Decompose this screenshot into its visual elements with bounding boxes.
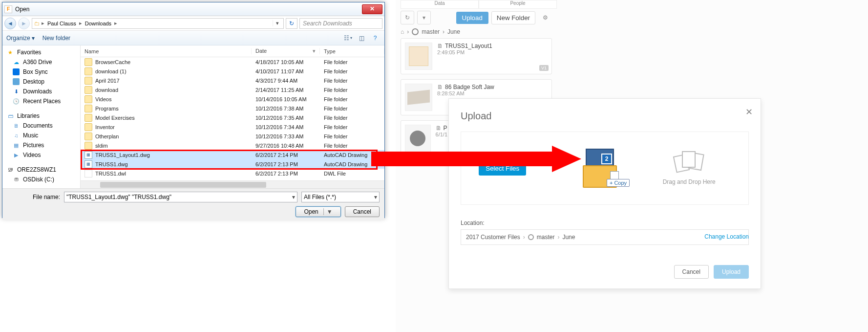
card-time: 2:49:05 PM	[437, 49, 492, 55]
upload-submit-button[interactable]: Upload	[714, 265, 749, 279]
file-row[interactable]: Videos10/14/2016 10:05 AMFile folder	[81, 94, 384, 104]
open-button[interactable]: Open▼	[296, 206, 340, 217]
copy-tag: + Copy	[607, 179, 630, 187]
sidebar-item[interactable]: ⬇Downloads	[2, 87, 80, 96]
libraries-group[interactable]: 🗃Libraries	[2, 111, 80, 121]
file-type: File folder	[320, 133, 384, 139]
sidebar-item[interactable]: Desktop	[2, 77, 80, 87]
file-date: 4/18/2017 10:05 AM	[252, 59, 320, 65]
organize-menu[interactable]: Organize	[6, 35, 35, 42]
file-type: File folder	[320, 106, 384, 111]
file-row[interactable]: ▦TRUSS1.dwg6/2/2017 2:13 PMAutoCAD Drawi…	[81, 159, 384, 169]
col-type[interactable]: Type	[320, 48, 384, 54]
close-button[interactable]: ✕	[362, 4, 382, 14]
bottom-bar: File name: "TRUSS1_Layout1.dwg" "TRUSS1.…	[2, 188, 384, 220]
music-icon: ♫	[12, 132, 20, 139]
file-name: Videos	[95, 96, 111, 102]
file-row[interactable]: Model Exercises10/12/2016 7:35 AMFile fo…	[81, 113, 384, 122]
preview-pane-button[interactable]: ◫	[356, 33, 367, 43]
favorites-group[interactable]: ★Favorites	[2, 47, 80, 57]
view-menu[interactable]: ☷	[342, 33, 353, 43]
address-dropdown[interactable]	[273, 20, 281, 26]
file-row[interactable]: TRUSS1.dwl6/2/2017 2:13 PMDWL File	[81, 169, 384, 178]
upload-button[interactable]: Upload	[456, 12, 488, 24]
file-name: TRUSS1.dwg	[95, 161, 128, 167]
file-name: TRUSS1.dwl	[95, 171, 126, 177]
help-button[interactable]: ?	[370, 33, 381, 43]
home-icon[interactable]: ⌂	[401, 28, 404, 35]
sidebar-item[interactable]: ▦Pictures	[2, 140, 80, 150]
data-breadcrumb: ⌂› master› June	[401, 25, 552, 38]
folder-icon	[85, 77, 92, 85]
breadcrumb-sep: ▸	[79, 20, 82, 26]
file-name: Inventor	[95, 124, 115, 130]
col-name[interactable]: Name	[81, 48, 252, 54]
settings-icon[interactable]: ⚙	[538, 11, 552, 24]
data-card[interactable]: 🗎TRUSS1_Layout12:49:05 PM V1	[401, 38, 552, 74]
dwg-icon: ▦	[85, 160, 92, 168]
search-input[interactable]: Search Downloads	[299, 18, 382, 29]
file-row[interactable]: Programs10/12/2016 7:38 AMFile folder	[81, 104, 384, 113]
dropzone[interactable]: Select Files or 2 + Copy Drag and Drop H…	[461, 132, 749, 205]
nav-bar: ◄ ► 🗀 ▸ Paul Clauss ▸ Downloads ▸ ↻ Sear…	[2, 16, 384, 31]
change-location-link[interactable]: Change Location	[704, 233, 749, 240]
new-folder-button[interactable]: New Folder	[491, 11, 535, 24]
address-bar[interactable]: 🗀 ▸ Paul Clauss ▸ Downloads ▸	[32, 18, 284, 29]
drag-icon	[675, 151, 704, 176]
folder-icon	[85, 142, 92, 150]
crumb-master[interactable]: master	[422, 28, 440, 35]
sort-button[interactable]	[417, 11, 431, 24]
file-name: BrowserCache	[95, 59, 130, 65]
back-button[interactable]: ◄	[4, 18, 16, 29]
version-badge: V1	[539, 65, 549, 71]
tab-people[interactable]: People	[479, 0, 557, 9]
cancel-button[interactable]: Cancel	[674, 265, 709, 279]
box-icon	[12, 68, 20, 76]
forward-button[interactable]: ►	[18, 18, 30, 29]
search-placeholder: Search Downloads	[303, 20, 352, 27]
new-folder-button[interactable]: New folder	[42, 35, 70, 42]
file-row[interactable]: sldim9/27/2016 10:48 AMFile folder	[81, 141, 384, 150]
col-date[interactable]: Date▾	[252, 48, 320, 54]
filename-input[interactable]: "TRUSS1_Layout1.dwg" "TRUSS1.dwg"	[64, 192, 297, 202]
file-type: File folder	[320, 143, 384, 149]
cancel-button[interactable]: Cancel	[345, 206, 380, 217]
refresh-button[interactable]: ↻	[286, 18, 297, 29]
scroll-thumb[interactable]	[100, 182, 266, 188]
dragged-files-icon: 2 + Copy	[583, 149, 622, 188]
tab-data[interactable]: Data	[401, 0, 479, 9]
file-row[interactable]: Inventor10/12/2016 7:34 AMFile folder	[81, 122, 384, 132]
sidebar-item[interactable]: ☁A360 Drive	[2, 57, 80, 67]
sidebar-item[interactable]: ♫Music	[2, 131, 80, 140]
data-card[interactable]: 🗎P6/1/1	[401, 120, 452, 156]
sidebar-item[interactable]: ⛃OSDisk (C:)	[2, 175, 80, 184]
sidebar-item[interactable]: 🗎Documents	[2, 121, 80, 131]
h-scrollbar[interactable]	[81, 180, 384, 188]
file-type: File folder	[320, 78, 384, 84]
sidebar-item[interactable]: ▶Videos	[2, 150, 80, 160]
file-list[interactable]: BrowserCache4/18/2017 10:05 AMFile folde…	[81, 57, 384, 180]
file-filter[interactable]: All Files (*.*)	[301, 192, 380, 202]
recent-icon: 🕓	[12, 97, 20, 105]
sidebar-item[interactable]: 🕓Recent Places	[2, 96, 80, 106]
file-date: 10/12/2016 7:38 AM	[252, 106, 320, 111]
select-files-button[interactable]: Select Files	[479, 161, 526, 176]
file-row[interactable]: download (1)4/10/2017 11:07 AMFile folde…	[81, 66, 384, 76]
file-row[interactable]: Otherplan10/12/2016 7:33 AMFile folder	[81, 132, 384, 141]
file-name: Programs	[95, 106, 119, 111]
file-row[interactable]: April 20174/3/2017 9:44 AMFile folder	[81, 76, 384, 85]
close-icon[interactable]: ✕	[745, 107, 753, 117]
refresh-button[interactable]: ↻	[401, 11, 414, 24]
dwg-icon: ▦	[85, 151, 92, 159]
sidebar-item[interactable]: Box Sync	[2, 67, 80, 77]
computer-group[interactable]: 🖳ORE2ZS8WZ1	[2, 165, 80, 175]
file-row[interactable]: BrowserCache4/18/2017 10:05 AMFile folde…	[81, 57, 384, 66]
crumb-folder[interactable]: June	[447, 28, 460, 35]
folder-icon	[85, 58, 92, 66]
crumb-user[interactable]: Paul Clauss	[46, 21, 77, 26]
file-row[interactable]: download2/14/2017 11:25 AMFile folder	[81, 85, 384, 94]
file-date: 10/14/2016 10:05 AM	[252, 96, 320, 102]
file-date: 6/2/2017 2:13 PM	[252, 161, 320, 167]
file-row[interactable]: ▦TRUSS1_Layout1.dwg6/2/2017 2:14 PMAutoC…	[81, 150, 384, 159]
crumb-folder[interactable]: Downloads	[84, 21, 112, 26]
